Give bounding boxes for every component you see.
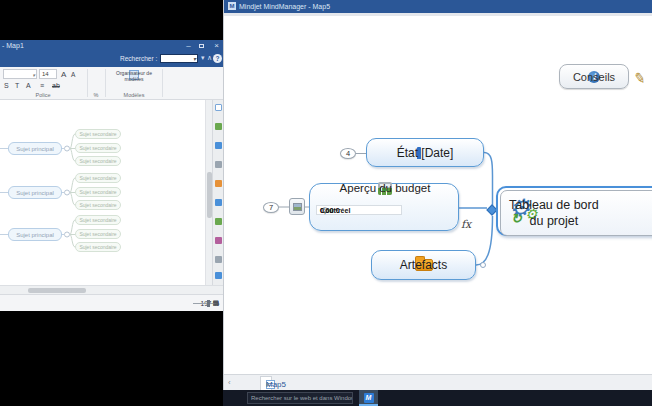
ribbon-search-label: Rechercher : xyxy=(120,55,157,62)
shrink-font-button[interactable]: A xyxy=(71,71,75,78)
ribbon-search-input[interactable]: ▾ xyxy=(160,54,198,63)
topic-label: État [Date] xyxy=(397,146,454,160)
topic-budget[interactable]: Aperçu du budget ▲ Coût prévu ⚙ 0,00 € C… xyxy=(309,183,459,231)
tab-scroll-icon[interactable]: ‹ xyxy=(228,378,231,387)
search-dropdown-icon[interactable]: ▾ xyxy=(193,55,196,62)
subtopic-node[interactable]: Sujet secondaire xyxy=(75,200,121,210)
conseils-button[interactable]: i Conseils xyxy=(559,64,629,89)
close-button[interactable]: × xyxy=(211,42,222,51)
font-name-select[interactable]: ▾ xyxy=(3,69,37,79)
mindmanager-button-active[interactable]: M xyxy=(359,390,378,406)
group-label-modeles: Modèles xyxy=(106,92,162,98)
collapsed-count-badge[interactable]: 7 xyxy=(263,202,279,213)
view-switch-button[interactable]: ▪ xyxy=(217,300,219,307)
horizontal-scrollbar[interactable] xyxy=(0,285,223,294)
group-separator xyxy=(162,69,163,97)
pane-tab-icon[interactable] xyxy=(215,256,222,263)
new-tab-icon[interactable]: ▫ xyxy=(266,381,268,388)
restore-button[interactable] xyxy=(197,42,208,51)
taskbar-search-box[interactable]: Rechercher sur le web et dans Windows xyxy=(247,392,353,404)
right-window-title: Mindjet MindManager - Map5 xyxy=(239,3,330,10)
group-separator xyxy=(105,69,106,97)
map-canvas[interactable]: i Conseils ✎ 4 État [Date] 7 Aperçu du b… xyxy=(224,16,652,374)
strikethrough-button[interactable]: T xyxy=(15,82,19,89)
font-color-button[interactable]: A xyxy=(26,82,31,89)
subtopic-node[interactable]: Sujet secondaire xyxy=(75,215,121,225)
collapsed-count-badge[interactable]: 4 xyxy=(340,148,356,159)
subtopic-node[interactable]: Sujet secondaire xyxy=(75,129,121,139)
windows-taskbar: Rechercher sur le web et dans Windows e … xyxy=(223,390,652,406)
subtopic-node[interactable]: Sujet secondaire xyxy=(75,229,121,239)
formula-fx-label: fx xyxy=(461,218,471,231)
central-topic-label: Tableau de bord du projet xyxy=(509,197,599,230)
font-size-select[interactable]: 14 xyxy=(39,69,57,79)
ribbon: ▾ 14 A A S T A ≡ ab Police % Modèles Org… xyxy=(0,67,223,100)
topic-etat[interactable]: État [Date] xyxy=(366,138,484,167)
pane-tab-icon[interactable] xyxy=(215,272,222,279)
collapse-ribbon-icon[interactable]: ∧ xyxy=(207,54,212,62)
vertical-scrollbar[interactable] xyxy=(205,100,212,285)
desktop: - Map1 – × Rechercher : ▾ ▾ ∧ ? ▾ 14 A A… xyxy=(0,0,652,406)
property-value: 0,00 € xyxy=(320,207,339,214)
organizer-label: Organisateur de modèles xyxy=(109,71,159,82)
image-thumb xyxy=(293,203,302,211)
subtopic-node[interactable]: Sujet secondaire xyxy=(75,143,121,153)
pane-tab-icon[interactable] xyxy=(215,199,222,206)
central-topic-inner: ⚙ ⚙ ↻ Tableau de bord du projet xyxy=(500,190,652,236)
task-pane-strip xyxy=(212,100,223,285)
main-topic-node[interactable]: Sujet principal xyxy=(8,142,62,155)
grow-font-button[interactable]: A xyxy=(61,70,66,79)
minimize-button[interactable]: – xyxy=(183,42,194,51)
group-label-percent: % xyxy=(88,92,104,98)
template-organizer-button[interactable]: Organisateur de modèles xyxy=(108,69,160,91)
subtopic-node[interactable]: Sujet secondaire xyxy=(75,187,121,197)
zoom-slider-thumb[interactable] xyxy=(207,300,210,307)
pane-tab-icon[interactable] xyxy=(215,123,222,130)
collapse-triangle-icon[interactable]: ▲ xyxy=(382,185,389,192)
help-icon[interactable]: ? xyxy=(213,54,222,63)
central-topic-selected[interactable]: ⚙ ⚙ ↻ Tableau de bord du projet xyxy=(496,186,652,236)
find-options-icon[interactable]: ▾ xyxy=(201,54,205,62)
conseils-label: Conseils xyxy=(573,71,615,83)
subtopic-node[interactable]: Sujet secondaire xyxy=(75,242,121,252)
document-tab-map5[interactable]: Map5 × ▫ xyxy=(260,376,272,390)
app-icon: M xyxy=(228,2,236,10)
pane-tab-icon[interactable] xyxy=(215,218,222,225)
right-title-bar: M Mindjet MindManager - Map5 xyxy=(224,0,652,13)
align-button[interactable]: ≡ xyxy=(40,82,44,89)
mindmanager-icon: M xyxy=(364,393,374,403)
main-topic-node[interactable]: Sujet principal xyxy=(8,186,62,199)
property-row[interactable]: Coût réel ⚙ 0,00 € xyxy=(316,205,402,215)
left-mindmanager-window: - Map1 – × Rechercher : ▾ ▾ ∧ ? ▾ 14 A A… xyxy=(0,40,223,311)
pane-tab-icon[interactable] xyxy=(215,104,222,111)
pane-tab-icon[interactable] xyxy=(215,142,222,149)
right-mindmanager-window: M Mindjet MindManager - Map5 i Conseils xyxy=(223,0,652,390)
group-separator xyxy=(87,69,88,97)
image-placeholder-icon[interactable] xyxy=(289,198,305,215)
bold-button[interactable]: S xyxy=(4,82,9,89)
main-topic-node[interactable]: Sujet principal xyxy=(8,228,62,241)
start-button[interactable] xyxy=(227,392,241,404)
pane-tab-icon[interactable] xyxy=(215,237,222,244)
scrollbar-thumb[interactable] xyxy=(28,288,86,293)
subtopic-node[interactable]: Sujet secondaire xyxy=(75,173,121,183)
topic-label: Artefacts xyxy=(400,258,447,272)
chevron-down-icon: ▾ xyxy=(32,71,35,79)
group-label-police: Police xyxy=(0,92,86,98)
status-bar: ▦ ▼ ⊕ ▣ ▤ 197 % – + ▦ ▪ xyxy=(0,294,223,311)
topic-artefacts[interactable]: Artefacts xyxy=(371,250,476,280)
pane-tab-icon[interactable] xyxy=(215,180,222,187)
document-tab-bar: ‹ Map5 × ▫ xyxy=(224,374,652,390)
pane-tab-icon[interactable] xyxy=(215,161,222,168)
clear-format-button[interactable]: ab xyxy=(52,82,60,89)
left-title-bar: - Map1 – × Rechercher : ▾ ▾ ∧ ? xyxy=(0,40,223,67)
subtopic-node[interactable]: Sujet secondaire xyxy=(75,156,121,166)
left-map-canvas[interactable]: Sujet principal Sujet principal Sujet pr… xyxy=(0,100,223,285)
restore-icon xyxy=(199,44,204,48)
left-window-title: - Map1 xyxy=(2,42,24,49)
